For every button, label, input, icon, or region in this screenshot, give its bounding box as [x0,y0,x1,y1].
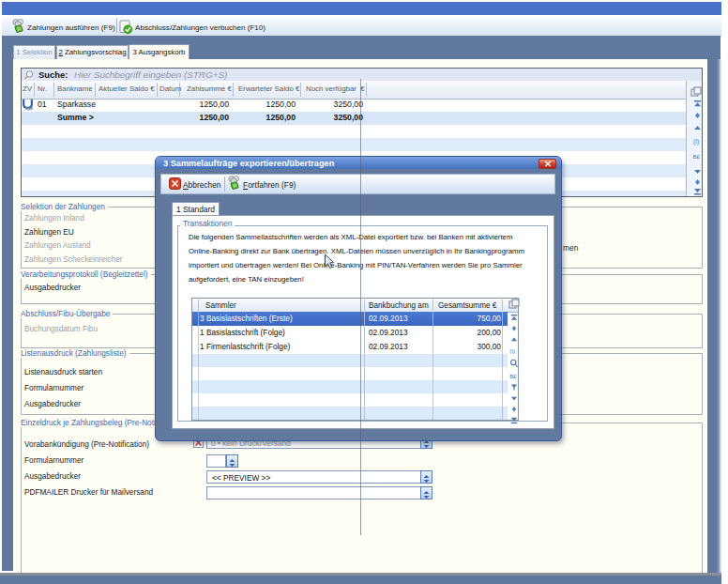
svg-text:B£: B£ [509,374,517,379]
svg-text:(I): (I) [509,347,515,354]
svg-text:(I): (I) [693,138,699,146]
svg-text:B£: B£ [693,154,701,160]
